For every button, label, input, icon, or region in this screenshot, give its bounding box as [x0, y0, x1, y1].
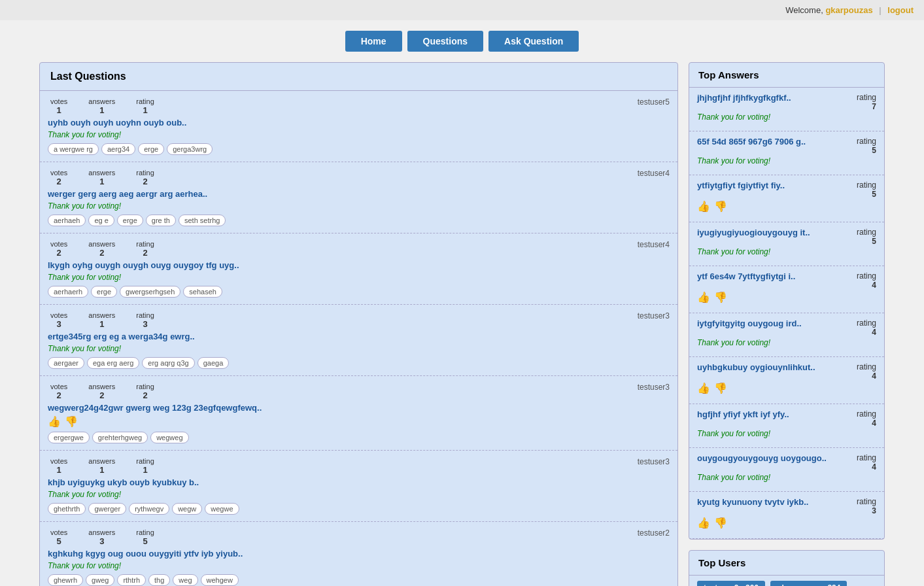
tag: aergaer: [48, 357, 84, 369]
question-link-5[interactable]: khjb uyiguykg ukyb ouyb kyubkuy b..: [48, 477, 670, 487]
tags-1: aerhaeheg eergegre thseth setrhg: [48, 215, 670, 226]
rating-val-3: 5: [872, 237, 876, 246]
answer-rating-3: rating 5: [857, 228, 876, 246]
answer-row: ytfiytgfiyt fgiytfiyt fiy.. rating 5 👍👎: [689, 175, 884, 222]
last-questions-panel: Last Questions testuser5 votes 1 answers…: [39, 62, 678, 586]
rating-label-4: rating: [857, 271, 876, 281]
thumbs-down-a-btn-4[interactable]: 👎: [714, 291, 727, 303]
answer-link-9[interactable]: kyutg kyunuony tvytv iykb..: [697, 497, 809, 507]
tags-0: a wergwe rgaerg34ergegerga3wrg: [48, 143, 670, 155]
question-stats-1: votes 2 answers 1 rating 2: [48, 169, 638, 186]
votes-label-0: votes: [50, 97, 67, 105]
thumbs-up-a-btn-6[interactable]: 👍: [697, 382, 710, 394]
thank-you-5: Thank you for voting!: [48, 490, 670, 499]
stat-votes-4: votes 2: [48, 383, 70, 400]
rating-label-3: rating: [857, 228, 876, 237]
answer-rating-6: rating 4: [857, 362, 876, 381]
rating-label-1: rating: [136, 169, 154, 177]
rating-val-9: 3: [872, 506, 876, 515]
answers-label-3: answers: [88, 311, 115, 319]
stat-rating-0: rating 1: [133, 97, 157, 115]
thumbs-down-btn-4[interactable]: 👎: [65, 415, 78, 428]
rating-label-4: rating: [136, 383, 154, 390]
answer-rating-line-6: uyhbgkubuy oygiouynlihkut.. rating 4: [697, 362, 876, 381]
question-link-0[interactable]: uyhb ouyh ouyh uoyhn ouyb oub..: [48, 118, 670, 128]
rating-val-4: 4: [872, 281, 876, 290]
vote-buttons-a-6: 👍👎: [697, 382, 876, 394]
answer-link-0[interactable]: jhjhgfjhf jfjhfkygfkgfkf..: [697, 93, 791, 103]
vote-buttons-a-4: 👍👎: [697, 291, 876, 303]
rating-value-5: 1: [136, 465, 154, 475]
user-badge-1[interactable]: gkarpouzas - 334: [770, 581, 847, 586]
answer-link-2[interactable]: ytfiytgfiyt fgiytfiyt fiy..: [697, 181, 785, 190]
user-badge-0[interactable]: testuser2 - 306: [697, 581, 765, 586]
answers-label-0: answers: [88, 97, 115, 105]
stat-answers-4: answers 2: [86, 383, 118, 400]
question-link-1[interactable]: werger gerg aerg aeg aergr arg aerhea..: [48, 189, 670, 199]
last-questions-title: Last Questions: [40, 63, 677, 91]
thank-you-6: Thank you for voting!: [48, 561, 670, 570]
question-stats-0: votes 1 answers 1 rating 1: [48, 97, 638, 115]
thumbs-up-btn-4[interactable]: 👍: [48, 415, 61, 428]
answer-link-5[interactable]: iytgfyitgyitg ouygoug ird..: [697, 319, 802, 328]
votes-label-6: votes: [50, 528, 67, 536]
nav-ask[interactable]: Ask Question: [488, 31, 579, 52]
stat-answers-6: answers 3: [86, 528, 118, 546]
top-users-box: Top Users testuser2 - 306gkarpouzas - 33…: [689, 550, 885, 586]
tag: aerg34: [101, 143, 135, 155]
tag: aerhaeh: [48, 215, 86, 226]
answer-rating-line-9: kyutg kyunuony tvytv iykb.. rating 3: [697, 497, 876, 515]
votes-value-1: 2: [50, 177, 67, 186]
question-link-4[interactable]: wegwerg24g42gwr gwerg weg 123g 23egfqewg…: [48, 403, 670, 413]
tag: wegweg: [150, 432, 188, 443]
thumbs-up-a-btn-9[interactable]: 👍: [697, 517, 710, 529]
rating-value-1: 2: [136, 177, 154, 186]
question-user-6: testuser2: [638, 528, 670, 538]
question-stats-5: votes 1 answers 1 rating 1: [48, 457, 638, 475]
tag: grehterhgweg: [92, 432, 148, 443]
separator: |: [879, 5, 881, 15]
answer-row: iytgfyitgyitg ouygoug ird.. rating 4 Tha…: [689, 313, 884, 357]
thumbs-up-a-btn-4[interactable]: 👍: [697, 291, 710, 303]
answer-link-6[interactable]: uyhbgkubuy oygiouynlihkut..: [697, 362, 815, 372]
answer-link-7[interactable]: hgfjhf yfiyf ykft iyf yfy..: [697, 409, 789, 419]
answer-rating-4: rating 4: [857, 271, 876, 290]
tag: ergergwe: [48, 432, 90, 443]
tag: thg: [148, 574, 170, 586]
thumbs-down-a-btn-2[interactable]: 👎: [714, 200, 727, 213]
top-users-list: testuser2 - 306gkarpouzas - 334: [689, 576, 884, 586]
stat-answers-2: answers 2: [86, 240, 118, 258]
rating-val-1: 5: [872, 146, 876, 155]
rating-label-0: rating: [857, 93, 876, 102]
question-link-6[interactable]: kghkuhg kgyg oug ouou ouygyiti ytfv iyb …: [48, 549, 670, 559]
thumbs-up-a-btn-2[interactable]: 👍: [697, 200, 710, 213]
answers-label-4: answers: [88, 383, 115, 390]
answer-link-3[interactable]: iyugiyugiyuogiouygouyg it..: [697, 228, 810, 237]
thumbs-down-a-btn-9[interactable]: 👎: [714, 517, 727, 529]
nav-home[interactable]: Home: [345, 31, 402, 52]
username-link[interactable]: gkarpouzas: [825, 5, 872, 15]
rating-label-9: rating: [857, 497, 876, 506]
question-link-3[interactable]: ertge345rg erg eg a werga34g ewrg..: [48, 332, 670, 341]
question-user-5: testuser3: [638, 457, 670, 466]
rating-label-2: rating: [857, 181, 876, 190]
answer-row: ytf 6es4w 7ytftygfiytgi i.. rating 4 👍👎: [689, 266, 884, 313]
answer-row: ouygougyouygouyg uoygougo.. rating 4 Tha…: [689, 448, 884, 492]
rating-label-8: rating: [857, 453, 876, 462]
tag: aerhaerh: [48, 286, 88, 298]
question-link-2[interactable]: lkygh oyhg ouygh ouygh ouyg ouygoy tfg u…: [48, 260, 670, 270]
answer-rating-2: rating 5: [857, 181, 876, 199]
answers-value-2: 2: [88, 248, 115, 258]
top-answers-box: Top Answers jhjhgfjhf jfjhfkygfkgfkf.. r…: [689, 62, 885, 540]
nav-questions[interactable]: Questions: [407, 31, 483, 52]
answer-link-4[interactable]: ytf 6es4w 7ytftygfiytgi i..: [697, 271, 795, 281]
question-stats-6: votes 5 answers 3 rating 5: [48, 528, 638, 546]
answer-link-1[interactable]: 65f 54d 865f 967g6 7906 g..: [697, 137, 806, 146]
question-row: testuser3 votes 1 answers 1 rating 1 khj…: [40, 451, 677, 522]
stat-rating-5: rating 1: [133, 457, 157, 475]
answer-link-8[interactable]: ouygougyouygouyg uoygougo..: [697, 453, 827, 463]
stat-votes-0: votes 1: [48, 97, 70, 115]
thumbs-down-a-btn-6[interactable]: 👎: [714, 382, 727, 394]
answer-rating-line-5: iytgfyitgyitg ouygoug ird.. rating 4: [697, 319, 876, 337]
logout-link[interactable]: logout: [887, 5, 914, 15]
